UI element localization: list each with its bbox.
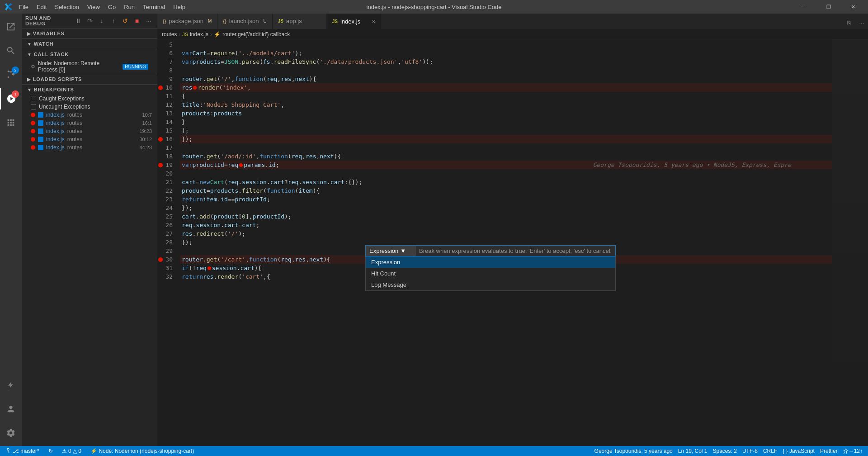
code-line-7: var products = JSON.parse(fs.readFileSyn…	[180, 57, 832, 66]
git-blame-status[interactable]: George Tsopouridis, 5 years ago	[593, 446, 675, 456]
line-num-9: 9	[157, 75, 176, 83]
minimize-button[interactable]: ─	[794, 0, 815, 14]
code-line-5	[180, 40, 832, 49]
call-stack-item[interactable]: ⚙ Node: Nodemon: Remote Process [0] RUNN…	[22, 59, 157, 74]
breadcrumb-file[interactable]: index.js	[190, 31, 208, 38]
split-editor-button[interactable]: ⎘	[843, 16, 855, 29]
line-num-12: 12	[157, 100, 176, 109]
breakpoint-check-1[interactable]	[38, 112, 43, 118]
close-button[interactable]: ✕	[843, 0, 863, 14]
code-line-12: title: 'NodeJS Shopping Cart',	[180, 100, 832, 109]
caught-exceptions-checkbox[interactable]	[31, 96, 36, 101]
activity-source-control[interactable]: 2	[0, 64, 22, 86]
tab-launch-json[interactable]: {} launch.json U	[217, 14, 272, 29]
loaded-scripts-label: LOADED SCRIPTS	[33, 76, 82, 82]
breakpoint-type-arrow: ▼	[400, 247, 406, 254]
tab-index-js[interactable]: JS index.js ✕	[327, 14, 381, 29]
stop-button[interactable]: ■	[132, 16, 142, 26]
breakpoint-check-3[interactable]	[38, 128, 43, 134]
breadcrumb-routes[interactable]: routes	[162, 31, 177, 38]
breakpoint-line-5: 44:23	[139, 145, 152, 150]
breakpoint-item-5[interactable]: index.js routes 44:23	[22, 143, 157, 152]
breakpoint-file-5: index.js	[46, 144, 65, 151]
tab-package-json[interactable]: {} package.json M	[157, 14, 217, 29]
code-line-21: cart = new Cart(req.session.cart ? req.s…	[180, 178, 832, 186]
breakpoint-check-2[interactable]	[38, 120, 43, 126]
breadcrumb-callback[interactable]: router.get('/add/:id') callback	[222, 31, 290, 38]
loaded-scripts-section-title[interactable]: ▶ LOADED SCRIPTS	[22, 74, 157, 84]
breakpoint-option-hit-count[interactable]: Hit Count	[366, 268, 615, 279]
tab-icon-app: JS	[278, 19, 283, 24]
line-ending-status[interactable]: CRLF	[761, 446, 779, 456]
pause-button[interactable]: ⏸	[73, 16, 83, 26]
indentation-status[interactable]: Spaces: 2	[711, 446, 739, 456]
caught-exceptions-item[interactable]: Caught Exceptions	[22, 95, 157, 103]
debug-title: RUN AND DEBUG	[25, 15, 71, 26]
activity-account[interactable]	[0, 398, 22, 420]
minimap	[832, 39, 868, 446]
tab-close-index[interactable]: ✕	[372, 19, 375, 24]
breakpoint-option-expression[interactable]: Expression	[366, 256, 615, 268]
debug-node-status[interactable]: ⚡ Node: Nodemon (nodejs-shopping-cart)	[89, 446, 196, 456]
line-num-14: 14	[157, 118, 176, 126]
more-actions-button[interactable]: ···	[144, 16, 154, 26]
sync-status[interactable]: ↻	[47, 446, 55, 456]
scroll-info-status[interactable]: 介→12↑	[841, 446, 864, 456]
breakpoint-check-5[interactable]	[38, 145, 43, 150]
menu-run[interactable]: Run	[120, 3, 138, 11]
breakpoint-file-4: index.js	[46, 136, 65, 142]
language-mode-status[interactable]: { } JavaScript	[781, 446, 816, 456]
menu-help[interactable]: Help	[170, 3, 189, 11]
step-over-button[interactable]: ↷	[85, 16, 95, 26]
breakpoint-check-4[interactable]	[38, 137, 43, 142]
cursor-position-status[interactable]: Ln 19, Col 1	[676, 446, 709, 456]
menu-edit[interactable]: Edit	[33, 3, 50, 11]
code-line-11: {	[180, 92, 832, 100]
step-into-button[interactable]: ↓	[97, 16, 107, 26]
problems-status[interactable]: ⚠ 0 △ 0	[60, 446, 83, 456]
activity-run-debug[interactable]: 1	[0, 88, 22, 109]
git-branch-status[interactable]: ⎇ master*	[4, 446, 41, 456]
watch-section-title[interactable]: ▼ WATCH	[22, 39, 157, 49]
more-editor-button[interactable]: ···	[855, 16, 868, 29]
code-content[interactable]: var Cart = require('../models/cart'); va…	[180, 39, 832, 446]
tab-app-js[interactable]: JS app.js	[273, 14, 327, 29]
breakpoint-item-3[interactable]: index.js routes 19:23	[22, 127, 157, 135]
breadcrumb-sep-1: ›	[179, 31, 180, 38]
breakpoint-file-1: index.js	[46, 112, 65, 118]
restart-button[interactable]: ↺	[120, 16, 130, 26]
menu-file[interactable]: File	[15, 3, 32, 11]
breakpoint-item-4[interactable]: index.js routes 30:12	[22, 135, 157, 143]
step-out-button[interactable]: ↑	[108, 16, 118, 26]
git-branch-text: ⎇ master*	[13, 448, 39, 454]
breakpoint-option-log-message[interactable]: Log Message	[366, 279, 615, 290]
menu-terminal[interactable]: Terminal	[139, 3, 169, 11]
breakpoint-dropdown: Expression Hit Count Log Message	[365, 256, 616, 291]
maximize-button[interactable]: ❐	[818, 0, 839, 14]
menu-selection[interactable]: Selection	[51, 3, 82, 11]
menu-go[interactable]: Go	[104, 3, 119, 11]
uncaught-exceptions-checkbox[interactable]	[31, 104, 36, 109]
breakpoint-item-1[interactable]: index.js routes 10:7	[22, 111, 157, 119]
activity-bar: 2 1	[0, 14, 22, 446]
activity-remote[interactable]	[0, 374, 22, 396]
breakpoint-line-3: 19:23	[139, 128, 152, 134]
watch-label: WATCH	[34, 41, 54, 47]
title-bar: File Edit Selection View Go Run Terminal…	[0, 0, 868, 14]
activity-search[interactable]	[0, 40, 22, 62]
uncaught-exceptions-item[interactable]: Uncaught Exceptions	[22, 103, 157, 111]
activity-explorer[interactable]	[0, 16, 22, 38]
variables-section-title[interactable]: ▶ VARIABLES	[22, 28, 157, 38]
breakpoint-item-2[interactable]: index.js routes 16:1	[22, 119, 157, 127]
formatter-status[interactable]: Prettier	[818, 446, 840, 456]
line-num-5: 5	[157, 40, 176, 49]
breakpoint-type-select[interactable]: Expression ▼	[366, 246, 415, 256]
breakpoints-section-title[interactable]: ▼ BREAKPOINTS	[22, 85, 157, 95]
activity-settings[interactable]	[0, 422, 22, 444]
activity-extensions[interactable]	[0, 112, 22, 133]
call-stack-section-title[interactable]: ▼ CALL STACK	[22, 49, 157, 59]
line-num-20: 20	[157, 169, 176, 178]
encoding-status[interactable]: UTF-8	[741, 446, 760, 456]
watch-section: ▼ WATCH	[22, 38, 157, 49]
menu-view[interactable]: View	[84, 3, 104, 11]
